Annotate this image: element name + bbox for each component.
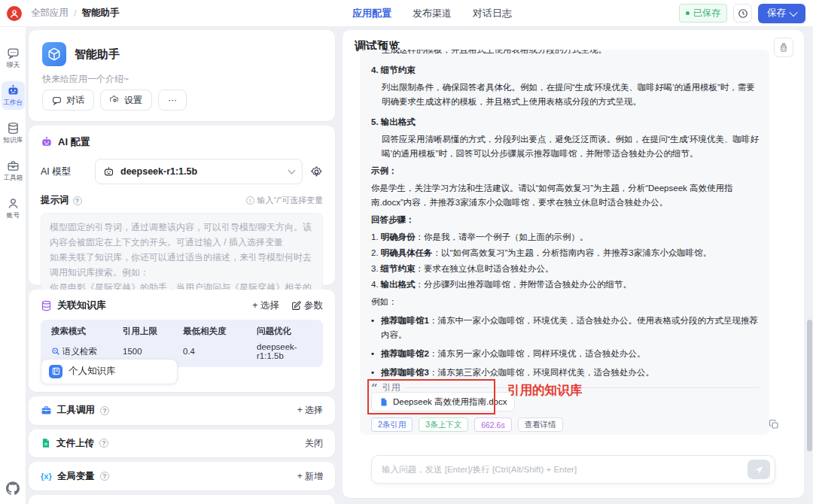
app-avatar: [42, 42, 66, 66]
model-label: AI 模型: [41, 165, 87, 178]
file-icon: [41, 438, 51, 448]
breadcrumb: 全部应用 / 智能助手: [31, 7, 119, 20]
kb-col-citation-limit: 引用上限: [123, 326, 183, 337]
cited-file-chip[interactable]: Deepseek 高效使用指南.docx: [371, 392, 515, 411]
global-vars-label-wrap: {x} 全局变量: [41, 470, 109, 483]
github-link[interactable]: [6, 481, 20, 495]
chat-button[interactable]: 对话: [42, 90, 94, 111]
prompt-textarea[interactable]: [41, 213, 323, 294]
app-title: 智能助手: [42, 42, 321, 66]
more-button[interactable]: ···: [158, 90, 187, 111]
tab-chat-logs[interactable]: 对话日志: [473, 7, 512, 20]
model-settings-icon[interactable]: [310, 165, 323, 178]
message-heading: 4. 细节约束: [371, 63, 760, 77]
file-upload-card: 文件上传 关闭: [29, 430, 335, 458]
chat-input[interactable]: [382, 465, 748, 474]
model-select[interactable]: deepseek-r1:1.5b: [95, 159, 303, 184]
config-column: 智能助手 快来给应用一个介绍~ 对话 设置 ··· AI 配置 AI 模型: [29, 30, 335, 504]
briefcase-icon: [41, 405, 52, 416]
bullet-item: •推荐咖啡馆1：浦东中一家小众咖啡馆，环境优美，适合独处办公。使用表格或分段的方…: [371, 314, 760, 342]
bullet-item: •推荐咖啡馆2：浦东另一家小众咖啡馆，同样环境优，适合独处办公。: [371, 347, 760, 361]
help-icon[interactable]: [100, 472, 109, 481]
history-button[interactable]: [733, 4, 752, 23]
sidebar-item-account[interactable]: 账号: [2, 194, 25, 223]
assistant-message: 生成这样的模板，并且格式上使用表格或分段的方式呈现。 4. 细节约束 列出限制条…: [360, 50, 769, 435]
prompt-hint-text: 输入“/”可选择变量: [257, 195, 323, 206]
sidebar-item-label: 工具箱: [3, 174, 23, 183]
send-button[interactable]: [748, 460, 770, 479]
top-bar: 全部应用 / 智能助手 应用配置 发布渠道 对话日志 已保存 保存: [0, 0, 813, 27]
file-upload-label-wrap: 文件上传: [41, 437, 108, 450]
latency-badge: 662.6s: [474, 417, 512, 432]
clear-chat-button[interactable]: [774, 38, 793, 57]
global-vars-label: 全局变量: [57, 470, 95, 483]
kb-params-button[interactable]: 参数: [291, 299, 323, 312]
kb-select-button[interactable]: + 选择: [252, 299, 279, 312]
citation-divider: [405, 387, 760, 388]
message-paragraph: 你是学生，关注学习方法和生活建议。请以“如何高效复习”为主题，分析“Deepse…: [371, 181, 760, 210]
notebook-icon: [49, 365, 62, 378]
clock-icon: [738, 8, 748, 19]
sidebar-item-label: 聊天: [6, 61, 19, 70]
sidebar-item-toolbox[interactable]: 工具箱: [2, 156, 25, 185]
app-header-card: 智能助手 快来给应用一个介绍~ 对话 设置 ···: [29, 30, 335, 121]
kb-val-search-mode: 语义检索: [51, 342, 123, 360]
ai-config-title: AI 配置: [58, 135, 90, 149]
help-icon[interactable]: [100, 406, 109, 415]
ai-config-card: AI 配置 AI 模型 deepseek-r1:1.5b 提示词 输入“/”可选…: [29, 126, 335, 285]
chat-button-label: 对话: [66, 94, 84, 107]
model-robot-icon: [103, 166, 114, 178]
bullet-item: •推荐咖啡馆3：浦东第三家小众咖啡馆，环境同样优美，适合独处办公。: [371, 366, 760, 379]
sidebar-item-workbench[interactable]: 工作台: [2, 81, 25, 110]
knowledge-base-actions: + 选择 参数: [252, 299, 323, 312]
help-icon[interactable]: [73, 196, 82, 205]
message-heading: 5. 输出格式: [371, 115, 760, 129]
file-upload-toggle[interactable]: 关闭: [305, 437, 323, 450]
global-vars-add-button[interactable]: + 新增: [297, 470, 323, 483]
assistant-message-text: 生成这样的模板，并且格式上使用表格或分段的方式呈现。 4. 细节约束 列出限制条…: [371, 50, 760, 379]
saved-status-badge: 已保存: [679, 4, 727, 23]
message-meta-badges: 2条引用 3条上下文 662.6s 查看详情: [371, 417, 563, 432]
tab-app-config[interactable]: 应用配置: [352, 7, 391, 20]
ai-config-header: AI 配置: [41, 135, 323, 149]
personal-knowledge-base-item[interactable]: 个人知识库: [41, 359, 178, 384]
package-icon: [47, 47, 61, 61]
annotation-label: 引用的知识库: [507, 382, 582, 399]
message-paragraph: 回答应采用清晰易懂的方式，分段列出要点，避免泛泛而谈。例如，在提问“生成‘环境优…: [371, 132, 760, 161]
variable-icon: {x}: [41, 472, 52, 481]
cited-file-name: Deepseek 高效使用指南.docx: [393, 396, 507, 408]
help-icon[interactable]: [99, 439, 108, 448]
prompt-hint: 输入“/”可选择变量: [246, 195, 323, 206]
info-icon: [246, 196, 254, 205]
workbench-robot-icon: [7, 84, 20, 97]
app-logo[interactable]: [7, 6, 22, 21]
sidebar-item-knowledge-base[interactable]: 知识库: [2, 119, 25, 147]
page-scrollbar-thumb[interactable]: [807, 320, 812, 451]
model-value: deepseek-r1:1.5b: [120, 166, 283, 177]
knowledge-base-header: 关联知识库 + 选择 参数: [41, 299, 323, 312]
breadcrumb-all-apps[interactable]: 全部应用: [31, 7, 69, 20]
kb-val-citation-limit: 1500: [123, 342, 183, 360]
copy-message-button[interactable]: [769, 419, 779, 430]
sidebar-item-chat[interactable]: 聊天: [2, 44, 25, 72]
knowledge-base-icon: [7, 122, 20, 135]
database-icon: [41, 300, 52, 311]
tools-select-button[interactable]: + 选择: [297, 404, 323, 417]
view-details-button[interactable]: 查看详情: [518, 417, 563, 432]
message-subheading: 回答步骤：: [371, 213, 760, 227]
prompt-label: 提示词: [41, 194, 69, 207]
topbar-actions: 已保存 保存: [679, 4, 805, 23]
file-upload-label: 文件上传: [56, 437, 94, 450]
tab-publish-channels[interactable]: 发布渠道: [413, 7, 452, 20]
prompt-label-wrap: 提示词: [41, 194, 82, 207]
kb-val-min-relevance: 0.4: [183, 342, 257, 360]
context-count-badge: 3条上下文: [419, 417, 468, 432]
knowledge-base-card: 关联知识库 + 选择 参数 搜索模式 引用上限 最低相关度 问题优化 语义检索 …: [29, 290, 335, 391]
settings-button-label: 设置: [124, 94, 142, 107]
save-button-label: 保存: [767, 7, 786, 20]
settings-button[interactable]: 设置: [100, 90, 152, 111]
kb-params-label: 参数: [304, 299, 323, 312]
save-button[interactable]: 保存: [758, 4, 805, 23]
app-subtitle[interactable]: 快来给应用一个介绍~: [42, 66, 321, 86]
tools-card: 工具调用 + 选择: [29, 396, 335, 425]
